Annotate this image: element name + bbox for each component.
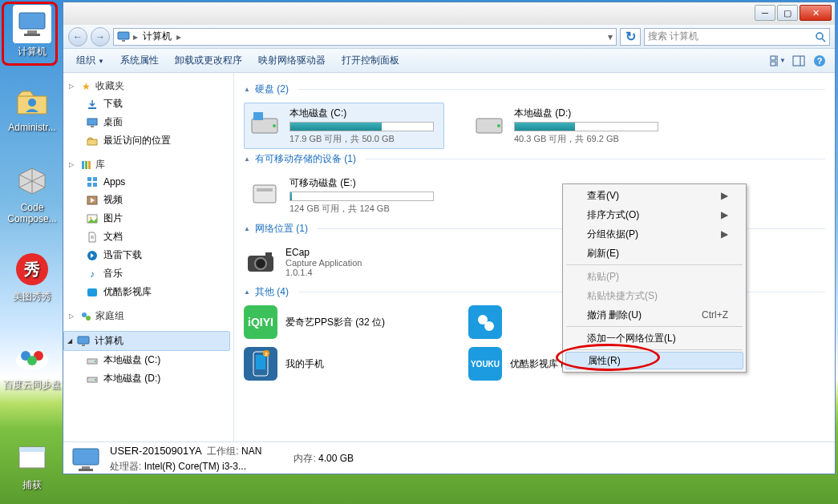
- minimize-button[interactable]: ─: [755, 5, 775, 21]
- desktop-icon-baidu-cloud[interactable]: 百度云同步盘: [3, 337, 61, 392]
- window-icon: [13, 438, 51, 477]
- toolbar-organize[interactable]: 组织▼: [70, 50, 111, 71]
- ctx-refresh[interactable]: 刷新(E): [565, 244, 744, 263]
- toolbar: 组织▼ 系统属性 卸载或更改程序 映射网络驱动器 打开控制面板 ▼ ?: [63, 49, 835, 73]
- sidebar-item-computer[interactable]: ◢ 计算机: [63, 331, 230, 351]
- svg-rect-15: [19, 447, 45, 452]
- search-input[interactable]: 搜索 计算机: [644, 28, 830, 46]
- address-input[interactable]: ▸ 计算机 ▸ ▾: [113, 28, 617, 46]
- sidebar-item-music[interactable]: ♪音乐: [63, 264, 233, 283]
- sidebar-item-recent[interactable]: 最近访问的位置: [63, 131, 233, 150]
- ctx-properties[interactable]: 属性(R): [565, 352, 743, 369]
- pane-icon: [792, 55, 805, 67]
- svg-rect-59: [253, 185, 276, 203]
- ctx-undo[interactable]: 撤消 删除(U)Ctrl+Z: [565, 305, 744, 325]
- computer-icon: [70, 446, 102, 473]
- svg-rect-23: [777, 62, 778, 66]
- drive-capacity-text: 40.3 GB 可用，共 69.2 GB: [514, 133, 665, 145]
- svg-rect-71: [82, 466, 90, 469]
- desktop-icon-code-composer[interactable]: Code Compose...: [3, 160, 61, 224]
- item-version: 1.0.1.4: [285, 268, 362, 277]
- ctx-paste: 粘贴(P): [565, 267, 744, 286]
- svg-rect-16: [118, 32, 129, 39]
- drive-item-e[interactable]: 可移动磁盘 (E:) 124 GB 可用，共 124 GB: [244, 172, 444, 219]
- svg-point-46: [82, 312, 87, 317]
- svg-rect-20: [771, 56, 775, 60]
- download-icon: [86, 98, 99, 111]
- maximize-button[interactable]: ▢: [777, 5, 798, 21]
- dropdown-icon[interactable]: ▾: [608, 31, 613, 42]
- video-icon: [86, 194, 99, 207]
- other-item-iqiyi[interactable]: iQIYI 爱奇艺PPS影音 (32 位): [244, 305, 412, 339]
- toolbar-map-drive[interactable]: 映射网络驱动器: [252, 50, 332, 71]
- section-header-removable[interactable]: ▲有可移动存储的设备 (1): [244, 152, 825, 166]
- capacity-bar: [289, 122, 434, 131]
- sidebar-item-documents[interactable]: 文档: [63, 228, 233, 246]
- help-button[interactable]: ?: [811, 52, 828, 70]
- hdd-icon: [248, 107, 281, 140]
- sidebar-item-downloads[interactable]: 下载: [63, 95, 233, 113]
- toolbar-uninstall[interactable]: 卸载或更改程序: [168, 50, 249, 71]
- svg-point-41: [90, 216, 92, 219]
- svg-point-58: [497, 124, 500, 127]
- sidebar-item-drive-d[interactable]: 本地磁盘 (D:): [63, 369, 233, 388]
- ctx-add-network-location[interactable]: 添加一个网络位置(L): [565, 329, 744, 348]
- desktop-icon-meitu[interactable]: 秀 美图秀秀: [3, 248, 61, 304]
- camera-icon: [244, 245, 277, 279]
- view-options-button[interactable]: ▼: [769, 52, 787, 70]
- address-bar: ← → ▸ 计算机 ▸ ▾ ↻ 搜索 计算机: [63, 25, 835, 49]
- desktop-icon-label: 计算机: [3, 45, 61, 58]
- svg-rect-1: [27, 30, 37, 34]
- svg-rect-45: [87, 288, 97, 296]
- sidebar-item-apps[interactable]: Apps: [63, 173, 233, 191]
- ctx-sort[interactable]: 排序方式(O)▶: [565, 205, 744, 224]
- capacity-bar: [514, 122, 658, 131]
- drive-icon: [86, 354, 99, 367]
- sidebar-group-homegroup[interactable]: ▷ 家庭组: [63, 308, 233, 325]
- refresh-button[interactable]: ↻: [620, 28, 641, 46]
- desktop-icon-computer[interactable]: 计算机: [3, 3, 61, 58]
- svg-rect-60: [257, 188, 273, 192]
- svg-point-18: [816, 33, 823, 39]
- close-button[interactable]: ✕: [800, 5, 832, 21]
- drive-item-c[interactable]: 本地磁盘 (C:) 17.9 GB 可用，共 50.0 GB: [244, 103, 444, 149]
- svg-text:秀: 秀: [23, 260, 40, 278]
- ctx-view[interactable]: 查看(V)▶: [565, 186, 744, 205]
- section-header-disks[interactable]: ▲硬盘 (2): [244, 83, 825, 96]
- preview-pane-button[interactable]: [790, 52, 808, 70]
- item-subtitle: Capture Application: [285, 258, 362, 268]
- library-icon: [79, 159, 92, 171]
- svg-line-19: [822, 38, 825, 42]
- nav-forward-button[interactable]: →: [91, 27, 110, 46]
- phone-icon: 2: [244, 347, 277, 381]
- sidebar-item-videos[interactable]: 视频: [63, 191, 233, 209]
- svg-rect-2: [24, 34, 40, 36]
- desktop-icon: [86, 116, 99, 129]
- sidebar-group-favorites[interactable]: ▷ ★ 收藏夹: [63, 78, 233, 95]
- navigation-sidebar: ▷ ★ 收藏夹 下载 桌面 最近访问的位置: [63, 73, 234, 442]
- sidebar-item-pictures[interactable]: 图片: [63, 209, 233, 228]
- desktop-icon-administrator[interactable]: Administr...: [3, 80, 61, 133]
- drive-name: 本地磁盘 (D:): [514, 107, 665, 120]
- sidebar-item-desktop[interactable]: 桌面: [63, 113, 233, 131]
- desktop-icon-capture[interactable]: 捕获: [3, 437, 61, 492]
- toolbar-system-properties[interactable]: 系统属性: [114, 50, 165, 71]
- chevron-right-icon: ▶: [721, 209, 728, 220]
- ctx-group[interactable]: 分组依据(P)▶: [565, 224, 744, 244]
- sidebar-item-youku[interactable]: 优酷影视库: [63, 283, 233, 301]
- other-item-phone[interactable]: 2 我的手机: [244, 347, 412, 381]
- capacity-bar: [289, 192, 434, 201]
- nav-back-button[interactable]: ←: [68, 27, 87, 46]
- drive-item-d[interactable]: 本地磁盘 (D:) 40.3 GB 可用，共 69.2 GB: [468, 103, 669, 149]
- explorer-window: ─ ▢ ✕ ← → ▸ 计算机 ▸ ▾ ↻ 搜索 计算机 组织▼ 系统属性 卸载…: [63, 2, 836, 474]
- svg-point-47: [86, 316, 91, 321]
- sidebar-group-libraries[interactable]: ▷ 库: [63, 156, 233, 173]
- homegroup-icon: [79, 310, 92, 323]
- window-titlebar: ─ ▢ ✕: [63, 2, 835, 25]
- sidebar-item-xunlei[interactable]: 迅雷下载: [63, 246, 233, 264]
- sidebar-item-drive-c[interactable]: 本地磁盘 (C:): [63, 351, 233, 369]
- removable-drive-icon: [248, 176, 281, 210]
- toolbar-control-panel[interactable]: 打开控制面板: [335, 50, 406, 71]
- svg-rect-24: [793, 56, 804, 66]
- breadcrumb-segment[interactable]: 计算机: [141, 30, 173, 43]
